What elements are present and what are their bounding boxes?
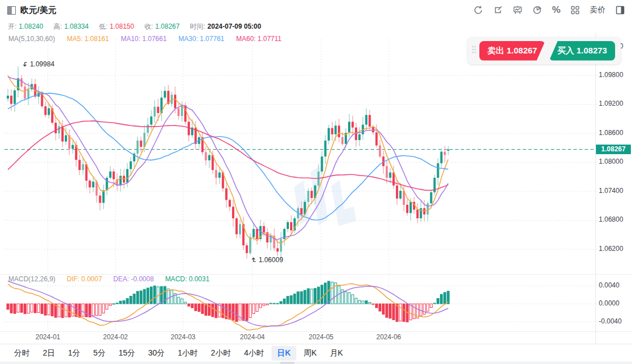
arrow-down-left-icon	[21, 61, 28, 68]
high-price-annotation: 1.09984	[21, 60, 54, 68]
price-tick-label: 1.09800	[599, 71, 623, 79]
macd-tick-label: 0.0040	[599, 281, 620, 289]
price-tick-label: 1.09200	[599, 100, 623, 107]
timeframe-tab-周K[interactable]: 周K	[298, 346, 322, 361]
high-price-text: 1.09984	[30, 60, 54, 68]
price-tick-label: 1.08600	[599, 129, 623, 137]
timeframe-tab-4小时[interactable]: 4小时	[238, 346, 270, 361]
dea-value: DEA: -0.0008	[113, 275, 154, 283]
ma-group-label: MA(5,10,30,60)	[8, 35, 55, 43]
buy-button[interactable]: 买入 1.08273	[549, 41, 615, 61]
low-price-annotation: 1.06009	[250, 256, 283, 264]
dif-value: DIF: 0.0007	[66, 275, 102, 283]
current-price-badge: 1.08267	[596, 145, 631, 154]
timeframe-tab-30分[interactable]: 30分	[143, 346, 171, 361]
ma-legend: MA(5,10,30,60) MA5: 1.08161 MA10: 1.0766…	[8, 35, 282, 43]
trade-panel: 卖出 1.08267 买入 1.08273	[468, 37, 621, 64]
arrow-up-left-icon	[250, 257, 257, 263]
timeframe-tab-日K[interactable]: 日K	[272, 346, 296, 361]
month-tick-label: 2024-01	[35, 333, 60, 341]
macd-group-label: MACD(12,26,9)	[8, 275, 55, 283]
timeframe-tab-月K[interactable]: 月K	[324, 346, 348, 361]
timeframe-tab-15分[interactable]: 15分	[113, 346, 141, 361]
macd-tick-label: -0.0040	[599, 317, 622, 325]
low-price-text: 1.06009	[259, 256, 283, 264]
timeframe-tab-分时[interactable]: 分时	[8, 346, 35, 361]
ma30-value: MA30: 1.07761	[179, 35, 224, 43]
timeframe-tab-2小时[interactable]: 2小时	[205, 346, 237, 361]
month-tick-label: 2024-04	[240, 333, 265, 341]
ma10-value: MA10: 1.07661	[121, 35, 166, 43]
timeframe-tab-5分[interactable]: 5分	[88, 346, 112, 361]
month-tick-label: 2024-03	[171, 333, 195, 341]
ma5-value: MA5: 1.08161	[67, 35, 109, 43]
price-tick-label: 1.08000	[599, 158, 623, 165]
price-tick-label: 1.07400	[599, 187, 623, 195]
macd-legend: MACD(12,26,9) DIF: 0.0007 DEA: -0.0008 M…	[8, 275, 210, 283]
drag-handle-icon[interactable]	[471, 45, 477, 56]
month-tick-label: 2024-06	[376, 333, 401, 341]
trading-chart-window: 欧元/美元 % 卖价 开:1.08240 高:1.08334 低:1.08150…	[0, 0, 632, 364]
timeframe-tab-2日[interactable]: 2日	[37, 346, 61, 361]
macd-value: MACD: 0.0031	[165, 275, 210, 283]
sell-button[interactable]: 卖出 1.08267	[479, 41, 545, 61]
month-tick-label: 2024-05	[309, 333, 333, 341]
timeframe-tab-1小时[interactable]: 1小时	[172, 346, 204, 361]
macd-tick-label: 0.0000	[599, 299, 620, 307]
timeframe-tabbar: 分时2日1分5分15分30分1小时2小时4小时日K周K月K	[8, 346, 349, 361]
ma60-value: MA60: 1.07711	[236, 35, 282, 43]
price-tick-label: 1.06200	[599, 245, 623, 253]
timeframe-tab-1分[interactable]: 1分	[63, 346, 86, 361]
price-tick-label: 1.06800	[599, 215, 623, 223]
month-tick-label: 2024-02	[103, 333, 128, 341]
